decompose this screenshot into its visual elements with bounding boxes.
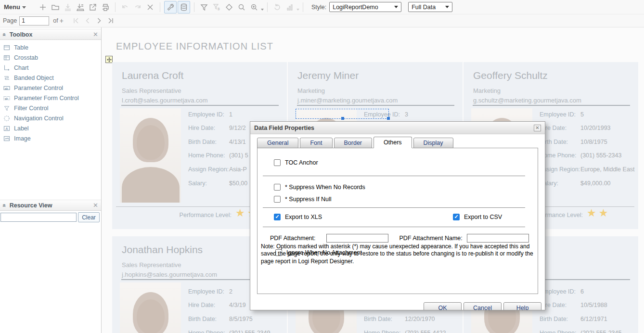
ok-button[interactable]: OK <box>424 302 462 310</box>
divider <box>473 105 630 106</box>
employee-name: Laurena Croft <box>122 70 183 81</box>
export-to-csv-checkbox[interactable] <box>453 214 460 220</box>
tab-border[interactable]: Border <box>334 138 373 148</box>
dialog-note: Note: Options marked with asterisk (*) m… <box>261 243 536 265</box>
close-icon[interactable]: ✕ <box>534 125 541 131</box>
tab-display[interactable]: Display <box>413 138 453 148</box>
suppress-no-records-label: * Suppress When No Records <box>285 184 365 191</box>
filter-button[interactable] <box>198 1 210 13</box>
employee-email: j.hopkins@sales.gourmetjava.com <box>122 271 217 278</box>
clear-button[interactable]: Clear <box>78 212 100 222</box>
rotate-button[interactable] <box>271 1 283 13</box>
export-to-xls-checkbox[interactable] <box>274 214 281 220</box>
first-page-button[interactable] <box>70 15 82 26</box>
chart-dropdown-caret[interactable] <box>296 9 299 11</box>
toolbox-item-navigation-control[interactable]: Navigation Control <box>0 113 101 123</box>
selected-field-outline[interactable] <box>296 109 389 119</box>
field-label: Home Phone: <box>188 152 225 159</box>
field-value: 8/5/1975 <box>229 316 253 322</box>
field-value: 1 <box>229 111 232 118</box>
toolbox-item-crosstab[interactable]: Crosstab <box>0 52 101 63</box>
collapse-panel-icon[interactable]: « <box>1 204 8 207</box>
resource-search-input[interactable] <box>0 213 77 222</box>
style-select-value: LogiReportDemo <box>333 4 378 11</box>
tools-wrench-button[interactable] <box>164 1 177 13</box>
suppress-no-records-checkbox[interactable] <box>274 184 281 191</box>
help-button[interactable]: Help <box>503 302 541 310</box>
save-button[interactable] <box>62 1 74 13</box>
toolbox-item-label: Chart <box>14 64 29 71</box>
toolbox-item-banded-object[interactable]: Banded Object <box>0 73 101 83</box>
datasource-button[interactable] <box>178 1 190 13</box>
chart-type-button[interactable] <box>283 1 296 13</box>
field-label: Home Phone: <box>364 330 400 333</box>
field-label: Employee ID: <box>188 288 224 295</box>
field-label: Assign Region: <box>188 166 229 173</box>
suppress-if-null-label: * Suppress If Null <box>285 196 332 203</box>
export-button[interactable] <box>87 1 99 13</box>
field-label: Hire Date: <box>188 302 215 308</box>
undo-button[interactable] <box>119 1 131 13</box>
toolbox-item-parameter-form-control[interactable]: Parameter Form Control <box>0 93 101 103</box>
field-value: 5 <box>580 111 584 118</box>
zoom-button[interactable] <box>248 1 260 13</box>
toolbox-item-image[interactable]: Image <box>0 133 101 143</box>
style-select[interactable]: LogiReportDemo <box>329 2 401 12</box>
conditional-format-button[interactable] <box>223 1 235 13</box>
toc-anchor-label: TOC Anchor <box>285 159 318 166</box>
move-handle-icon[interactable] <box>105 56 113 63</box>
page-number-input[interactable] <box>19 16 49 26</box>
last-page-button[interactable] <box>105 15 116 26</box>
export-to-csv-label: Export to CSV <box>464 214 502 220</box>
field-value: 6 <box>580 288 584 295</box>
next-page-button[interactable] <box>93 15 105 26</box>
menu-button[interactable]: Menu <box>4 3 26 11</box>
pdf-attachment-input[interactable] <box>326 234 388 243</box>
toolbox-item-label: Navigation Control <box>14 115 64 122</box>
dialog-content-panel <box>257 148 538 294</box>
employee-title: Marketing <box>473 87 501 94</box>
toolbox-item-table[interactable]: Table <box>0 42 101 52</box>
divider <box>263 176 525 176</box>
data-scope-select[interactable]: Full Data <box>408 2 452 12</box>
cancel-button[interactable]: Cancel <box>464 302 502 310</box>
toolbox-item-parameter-control[interactable]: Parameter Control <box>0 83 101 93</box>
tab-general[interactable]: General <box>257 138 298 148</box>
selection-handle[interactable] <box>387 117 390 120</box>
toolbox-item-chart[interactable]: Chart <box>0 63 101 73</box>
zoom-dropdown-caret[interactable] <box>261 9 264 11</box>
performance-stars: ★★ <box>587 207 610 219</box>
field-label: Salary: <box>188 180 207 187</box>
filter-values-button[interactable] <box>210 1 223 13</box>
page-label: Page <box>3 17 17 24</box>
toolbox-item-label: Filter Control <box>14 105 49 112</box>
page-count-button[interactable]: + <box>60 17 64 25</box>
pdf-attachment-name-input[interactable] <box>467 234 529 243</box>
redo-button[interactable] <box>131 1 144 13</box>
delete-button[interactable] <box>144 1 156 13</box>
pdf-attachment-name-label: PDF Attachment Name: <box>399 235 462 242</box>
suppress-if-null-checkbox[interactable] <box>274 196 281 203</box>
search-button[interactable] <box>235 1 248 13</box>
field-label: Home Phone: <box>188 330 225 333</box>
toc-anchor-checkbox[interactable] <box>274 159 281 166</box>
print-button[interactable] <box>99 1 112 13</box>
save-as-button[interactable] <box>74 1 87 13</box>
tab-others[interactable]: Others <box>374 137 412 148</box>
toolbox-title: Toolbox <box>10 31 93 38</box>
open-folder-button[interactable] <box>49 1 62 13</box>
new-report-button[interactable] <box>37 1 49 13</box>
close-icon[interactable]: ✕ <box>93 202 98 209</box>
close-icon[interactable]: ✕ <box>93 31 98 38</box>
employee-email: j.miner@marketing.goumetjava.com <box>297 97 398 104</box>
tab-font[interactable]: Font <box>300 138 332 148</box>
previous-page-button[interactable] <box>82 15 93 26</box>
toolbox-item-label: Banded Object <box>14 75 54 81</box>
field-value: 10/20/1993 <box>580 125 611 131</box>
employee-email: g.schultz@marketing.gourmetjava.com <box>473 97 581 104</box>
collapse-panel-icon[interactable]: « <box>1 33 8 36</box>
toolbox-item-label[interactable]: Label <box>0 123 101 133</box>
dialog-titlebar[interactable]: Data Field Properties ✕ <box>250 122 545 134</box>
selection-handle[interactable] <box>341 117 344 120</box>
toolbox-item-filter-control[interactable]: Filter Control <box>0 103 101 113</box>
